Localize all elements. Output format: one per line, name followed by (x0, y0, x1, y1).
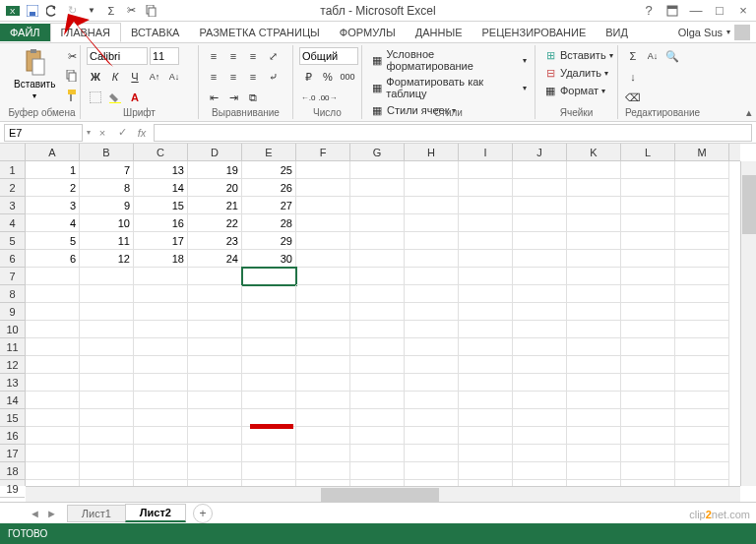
cell-A6[interactable]: 6 (26, 250, 80, 268)
row-header-15[interactable]: 15 (0, 409, 25, 427)
cell-D7[interactable] (188, 268, 242, 285)
cell-F8[interactable] (296, 285, 350, 303)
cell-J13[interactable] (513, 374, 567, 392)
save-icon[interactable] (24, 2, 41, 20)
cell-G3[interactable] (350, 197, 405, 214)
cell-D5[interactable]: 23 (188, 232, 242, 250)
cell-B10[interactable] (80, 321, 134, 338)
sheet-prev-icon[interactable]: ◄ (30, 508, 40, 519)
italic-button[interactable]: К (106, 68, 124, 86)
cell-C15[interactable] (134, 409, 188, 427)
cell-B14[interactable] (80, 392, 134, 409)
cell-L1[interactable] (621, 161, 675, 179)
cell-D10[interactable] (188, 321, 242, 338)
insert-cells-button[interactable]: ⊞Вставить▾ (541, 47, 615, 63)
cell-J5[interactable] (513, 232, 567, 250)
cell-F14[interactable] (296, 392, 350, 409)
row-header-18[interactable]: 18 (0, 462, 25, 480)
cell-M18[interactable] (675, 462, 729, 480)
cell-G8[interactable] (350, 285, 405, 303)
align-bottom-button[interactable]: ≡ (244, 47, 262, 65)
cell-L8[interactable] (621, 285, 675, 303)
cell-A7[interactable] (26, 268, 80, 285)
cell-G6[interactable] (350, 250, 405, 268)
cell-M13[interactable] (675, 374, 729, 392)
select-all-corner[interactable] (0, 144, 26, 161)
cell-E14[interactable] (242, 392, 296, 409)
cell-C6[interactable]: 18 (134, 250, 188, 268)
cell-A2[interactable]: 2 (26, 179, 80, 197)
col-header-J[interactable]: J (513, 144, 567, 160)
tab-insert[interactable]: ВСТАВКА (121, 24, 189, 41)
cell-J6[interactable] (513, 250, 567, 268)
cell-C12[interactable] (134, 356, 188, 374)
cell-H4[interactable] (405, 214, 459, 232)
tab-review[interactable]: РЕЦЕНЗИРОВАНИЕ (472, 24, 596, 41)
row-header-11[interactable]: 11 (0, 338, 25, 356)
font-grow-button[interactable]: A↑ (146, 68, 163, 86)
enter-formula-icon[interactable]: ✓ (114, 125, 130, 141)
cell-K9[interactable] (567, 303, 621, 321)
tab-formulas[interactable]: ФОРМУЛЫ (330, 24, 406, 41)
cell-G18[interactable] (350, 462, 405, 480)
row-header-17[interactable]: 17 (0, 445, 25, 462)
cell-L12[interactable] (621, 356, 675, 374)
indent-increase-button[interactable]: ⇥ (224, 89, 242, 106)
cell-D4[interactable]: 22 (188, 214, 242, 232)
row-header-16[interactable]: 16 (0, 427, 25, 445)
cell-K11[interactable] (567, 338, 621, 356)
cell-J18[interactable] (513, 462, 567, 480)
delete-cells-button[interactable]: ⊟Удалить▾ (541, 65, 610, 81)
add-sheet-button[interactable]: + (193, 504, 213, 523)
cell-K15[interactable] (567, 409, 621, 427)
cell-F1[interactable] (296, 161, 350, 179)
cell-H18[interactable] (405, 462, 459, 480)
cell-G10[interactable] (350, 321, 405, 338)
cell-I6[interactable] (459, 250, 513, 268)
cell-M16[interactable] (675, 427, 729, 445)
cell-D3[interactable]: 21 (188, 197, 242, 214)
cell-A16[interactable] (26, 427, 80, 445)
cell-D12[interactable] (188, 356, 242, 374)
cell-I16[interactable] (459, 427, 513, 445)
cell-J12[interactable] (513, 356, 567, 374)
copy-button[interactable] (63, 67, 81, 85)
col-header-C[interactable]: C (134, 144, 188, 160)
cell-M2[interactable] (675, 179, 729, 197)
cell-A1[interactable]: 1 (26, 161, 80, 179)
cell-J2[interactable] (513, 179, 567, 197)
cell-L10[interactable] (621, 321, 675, 338)
cell-C9[interactable] (134, 303, 188, 321)
cell-L14[interactable] (621, 392, 675, 409)
column-headers[interactable]: ABCDEFGHIJKLM (26, 144, 740, 161)
col-header-F[interactable]: F (296, 144, 350, 160)
cell-L6[interactable] (621, 250, 675, 268)
cell-A15[interactable] (26, 409, 80, 427)
cell-H16[interactable] (405, 427, 459, 445)
cell-F6[interactable] (296, 250, 350, 268)
cell-F12[interactable] (296, 356, 350, 374)
cell-I4[interactable] (459, 214, 513, 232)
cell-D1[interactable]: 19 (188, 161, 242, 179)
sheet-next-icon[interactable]: ► (46, 508, 57, 519)
cut-icon[interactable]: ✂ (122, 2, 140, 20)
row-header-8[interactable]: 8 (0, 285, 25, 303)
cell-L4[interactable] (621, 214, 675, 232)
cell-E13[interactable] (242, 374, 296, 392)
cell-M7[interactable] (675, 268, 729, 285)
cell-A4[interactable]: 4 (26, 214, 80, 232)
maximize-icon[interactable]: □ (711, 2, 728, 20)
row-header-9[interactable]: 9 (0, 303, 25, 321)
fx-icon[interactable]: fx (134, 125, 150, 141)
cell-H9[interactable] (405, 303, 459, 321)
horizontal-scroll-thumb[interactable] (321, 488, 439, 502)
cell-M10[interactable] (675, 321, 729, 338)
cell-C14[interactable] (134, 392, 188, 409)
cell-C2[interactable]: 14 (134, 179, 188, 197)
cell-F17[interactable] (296, 445, 350, 462)
vertical-scroll-thumb[interactable] (742, 175, 756, 234)
cell-A5[interactable]: 5 (26, 232, 80, 250)
cell-B17[interactable] (80, 445, 134, 462)
align-center-button[interactable]: ≡ (224, 68, 242, 86)
cell-F13[interactable] (296, 374, 350, 392)
